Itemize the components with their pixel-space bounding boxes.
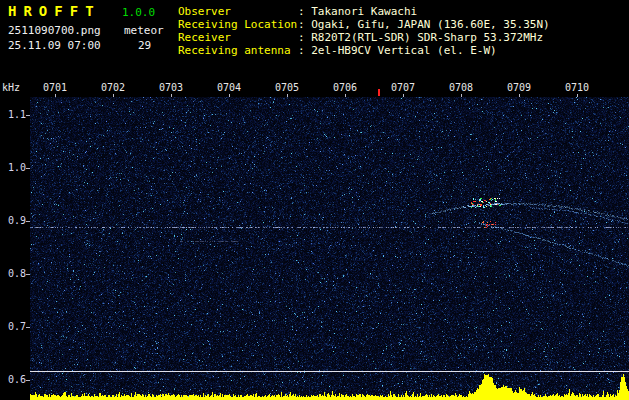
- mode-label: meteor: [124, 24, 164, 37]
- app-version: 1.0.0: [122, 6, 155, 19]
- info-row-2: ReceiverR820T2(RTL-SDR) SDR-Sharp 53.372…: [178, 31, 550, 44]
- info-value: Takanori Kawachi: [298, 5, 417, 18]
- x-tick-label: 0703: [157, 82, 185, 93]
- x-tick-label: 0707: [389, 82, 417, 93]
- meteor-event-marker: [378, 89, 380, 96]
- y-tick-label: 0.6: [0, 374, 26, 385]
- x-tick-label: 0706: [331, 82, 359, 93]
- hrofft-window: HROFFT 1.0.0 2511090700.png meteor 25.11…: [0, 0, 629, 400]
- x-tick-label: 0704: [215, 82, 243, 93]
- observation-datetime: 25.11.09 07:00: [8, 39, 101, 52]
- info-value: 2el-HB9CV Vertical (el. E-W): [298, 44, 497, 57]
- x-tick-label: 0705: [273, 82, 301, 93]
- info-row-3: Receiving antenna2el-HB9CV Vertical (el.…: [178, 44, 550, 57]
- y-axis-unit-label: kHz: [2, 82, 20, 93]
- y-tick-label: 0.7: [0, 321, 26, 332]
- info-row-1: Receiving LocationOgaki, Gifu, JAPAN (13…: [178, 18, 550, 31]
- info-row-0: ObserverTakanori Kawachi: [178, 5, 550, 18]
- y-tick-label: 0.8: [0, 268, 26, 279]
- echo-count: 29: [138, 39, 151, 52]
- x-tick-label: 0702: [99, 82, 127, 93]
- y-tick-label: 0.9: [0, 215, 26, 226]
- info-label: Receiving Location: [178, 18, 298, 31]
- info-label: Observer: [178, 5, 298, 18]
- x-tick-label: 0710: [563, 82, 591, 93]
- spectrogram-canvas: [30, 97, 629, 400]
- x-tick-label: 0709: [505, 82, 533, 93]
- x-tick-label: 0708: [447, 82, 475, 93]
- y-tick-label: 1.0: [0, 162, 26, 173]
- info-label: Receiving antenna: [178, 44, 298, 57]
- x-tick-label: 0701: [41, 82, 69, 93]
- app-title: HROFFT: [8, 3, 101, 19]
- info-label: Receiver: [178, 31, 298, 44]
- info-value: Ogaki, Gifu, JAPAN (136.60E, 35.35N): [298, 18, 550, 31]
- info-value: R820T2(RTL-SDR) SDR-Sharp 53.372MHz: [298, 31, 543, 44]
- output-filename: 2511090700.png: [8, 24, 101, 37]
- station-info: ObserverTakanori KawachiReceiving Locati…: [178, 5, 550, 57]
- y-tick-label: 1.1: [0, 109, 26, 120]
